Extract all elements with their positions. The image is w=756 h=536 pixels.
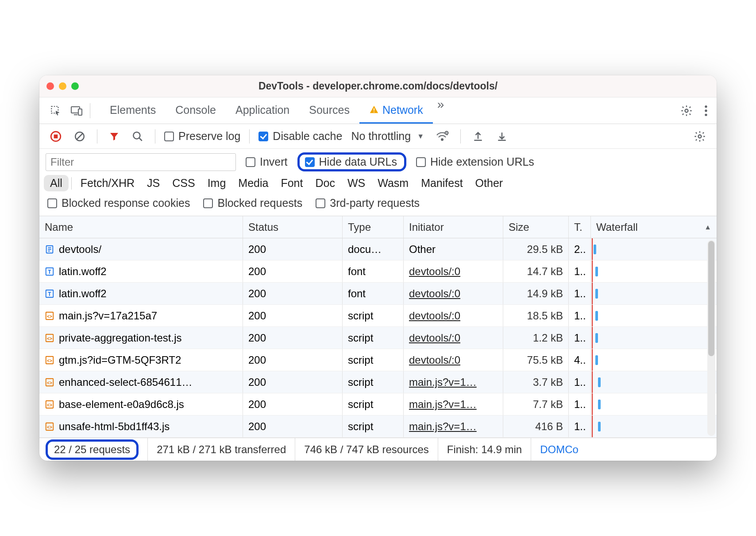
type-wasm[interactable]: Wasm [371,175,415,191]
svg-text:<>: <> [47,336,52,341]
tab-application[interactable]: Application [226,97,299,124]
type-fetch-xhr[interactable]: Fetch/XHR [74,175,141,191]
table-row[interactable]: <>unsafe-html-5bd1ff43.js200scriptmain.j… [39,416,717,438]
request-name: base-element-e0a9d6c8.js [59,398,184,411]
request-name: latin.woff2 [59,265,107,278]
request-time: 1.. [569,260,591,282]
clear-button[interactable] [69,127,90,146]
network-settings-icon[interactable] [689,127,710,146]
request-type: script [343,371,404,393]
table-row[interactable]: <>private-aggregation-test.js200scriptde… [39,327,717,349]
table-row[interactable]: <>base-element-e0a9d6c8.js200scriptmain.… [39,393,717,416]
finish-time: Finish: 14.9 min [438,438,531,461]
table-row[interactable]: Tlatin.woff2200fontdevtools/:014.9 kB1.. [39,283,717,305]
warning-icon [369,105,379,115]
waterfall-cell [591,371,717,393]
settings-icon[interactable] [676,101,697,120]
initiator-link[interactable]: devtools/:0 [409,287,460,299]
request-name: devtools/ [59,243,101,256]
table-row[interactable]: Tlatin.woff2200fontdevtools/:014.7 kB1.. [39,260,717,283]
preserve-log-checkbox[interactable]: Preserve log [162,130,242,143]
type-img[interactable]: Img [201,175,232,191]
request-initiator: main.js?v=1… [404,393,503,415]
hide-data-urls-highlight: Hide data URLs [297,152,406,171]
table-row[interactable]: <>gtm.js?id=GTM-5QF3RT2200scriptdevtools… [39,349,717,371]
throttling-select[interactable]: No throttling▼ [347,130,428,143]
waterfall-cell [591,283,717,304]
filter-icon[interactable] [104,128,124,145]
download-har-icon[interactable] [492,127,512,146]
initiator-link[interactable]: main.js?v=1… [409,420,477,432]
tab-elements[interactable]: Elements [100,97,166,124]
search-icon[interactable] [127,127,148,146]
initiator-link[interactable]: devtools/:0 [409,332,460,344]
request-size: 14.7 kB [503,260,569,282]
col-status[interactable]: Status [243,216,343,238]
upload-har-icon[interactable] [468,127,488,146]
network-conditions-icon[interactable] [431,127,453,146]
hide-extension-urls-checkbox[interactable]: Hide extension URLs [414,155,536,168]
tab-sources[interactable]: Sources [299,97,359,124]
table-row[interactable]: devtools/200docu…Other29.5 kB2.. [39,238,717,260]
blocked-cookies-checkbox[interactable]: Blocked response cookies [46,197,192,210]
type-doc[interactable]: Doc [309,175,341,191]
record-button[interactable] [46,127,66,146]
kebab-menu-icon[interactable] [700,101,712,120]
devtools-window: DevTools - developer.chrome.com/docs/dev… [39,75,717,461]
filter-input[interactable] [46,153,236,171]
invert-checkbox[interactable]: Invert [244,155,289,168]
svg-point-9 [705,113,707,116]
svg-text:<>: <> [47,402,52,407]
request-time: 4.. [569,349,591,371]
type-media[interactable]: Media [232,175,274,191]
close-icon[interactable] [46,82,54,90]
table-row[interactable]: <>main.js?v=17a215a7200scriptdevtools/:0… [39,305,717,327]
initiator-link[interactable]: main.js?v=1… [409,398,477,410]
initiator-link[interactable]: devtools/:0 [409,354,460,366]
tab-network[interactable]: Network [359,97,433,124]
table-header: Name Status Type Initiator Size T. Water… [39,216,717,238]
request-time: 1.. [569,416,591,437]
minimize-icon[interactable] [59,82,66,90]
waterfall-cell [591,416,717,437]
panel-tabs: Elements Console Application Sources Net… [100,97,676,124]
request-initiator: main.js?v=1… [404,416,503,437]
filter-row: Invert Hide data URLs Hide extension URL… [39,149,717,174]
main-tabs-row: Elements Console Application Sources Net… [39,97,717,124]
request-status: 200 [243,371,343,393]
initiator-link[interactable]: main.js?v=1… [409,376,477,388]
col-initiator[interactable]: Initiator [404,216,503,238]
initiator-link[interactable]: devtools/:0 [409,265,460,277]
table-row[interactable]: <>enhanced-select-6854611…200scriptmain.… [39,371,717,393]
type-all[interactable]: All [44,175,69,191]
type-js[interactable]: JS [141,175,166,191]
col-name[interactable]: Name [39,216,243,238]
device-toggle-icon[interactable] [66,101,87,120]
request-status: 200 [243,349,343,371]
request-name: gtm.js?id=GTM-5QF3RT2 [59,354,181,366]
initiator-link[interactable]: devtools/:0 [409,310,460,322]
maximize-icon[interactable] [71,82,79,90]
blocked-requests-checkbox[interactable]: Blocked requests [201,197,304,210]
tab-console[interactable]: Console [166,97,226,124]
request-size: 14.9 kB [503,283,569,304]
type-css[interactable]: CSS [166,175,201,191]
svg-text:<>: <> [47,424,52,429]
hide-data-urls-checkbox[interactable]: Hide data URLs [303,155,399,168]
disable-cache-checkbox[interactable]: Disable cache [257,130,344,143]
type-other[interactable]: Other [469,175,509,191]
type-font[interactable]: Font [274,175,309,191]
type-ws[interactable]: WS [341,175,371,191]
svg-rect-4 [374,108,374,111]
request-size: 7.7 kB [503,393,569,415]
col-time[interactable]: T. [569,216,591,238]
inspect-icon[interactable] [46,101,66,120]
type-manifest[interactable]: Manifest [415,175,469,191]
col-type[interactable]: Type [343,216,404,238]
request-status: 200 [243,327,343,349]
third-party-checkbox[interactable]: 3rd-party requests [314,197,421,210]
col-waterfall[interactable]: Waterfall▲ [591,216,717,238]
svg-text:<>: <> [47,358,52,363]
more-tabs-icon[interactable]: » [433,97,449,124]
col-size[interactable]: Size [503,216,569,238]
